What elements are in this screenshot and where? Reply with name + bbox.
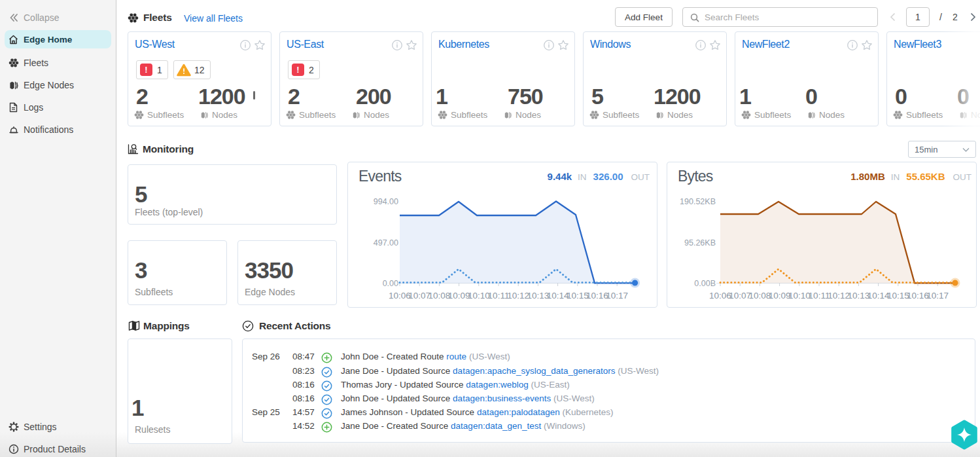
svg-text:10:07: 10:07 [729,291,751,301]
svg-text:10:14: 10:14 [547,291,569,301]
svg-text:10:16: 10:16 [586,291,608,301]
svg-text:10:07: 10:07 [408,291,430,301]
svg-text:10:09: 10:09 [769,291,791,301]
svg-text:10:13: 10:13 [527,291,550,301]
svg-text:994.00: 994.00 [374,197,398,206]
svg-text:10:06: 10:06 [389,291,411,301]
svg-text:10:16: 10:16 [907,291,929,301]
svg-text:10:12: 10:12 [828,291,850,301]
svg-text:10:15: 10:15 [567,291,589,301]
svg-text:10:11: 10:11 [488,291,510,301]
svg-text:10:11: 10:11 [809,291,830,301]
svg-text:497.00: 497.00 [374,238,398,247]
svg-text:10:10: 10:10 [788,291,811,301]
svg-text:10:08: 10:08 [429,291,451,301]
svg-text:10:13: 10:13 [848,291,870,301]
svg-text:10:08: 10:08 [749,291,771,301]
svg-text:10:17: 10:17 [606,291,628,301]
svg-text:10:12: 10:12 [507,291,529,301]
svg-text:10:09: 10:09 [448,291,470,301]
svg-text:10:10: 10:10 [468,291,490,301]
svg-text:0.00: 0.00 [383,279,398,288]
svg-text:190.52KB: 190.52KB [680,197,716,206]
svg-text:10:06: 10:06 [709,291,731,301]
svg-text:10:14: 10:14 [867,291,890,301]
svg-text:0.00B: 0.00B [694,279,716,288]
svg-text:95.26KB: 95.26KB [684,238,716,247]
svg-text:10:15: 10:15 [887,291,909,301]
svg-text:10:17: 10:17 [926,291,949,301]
